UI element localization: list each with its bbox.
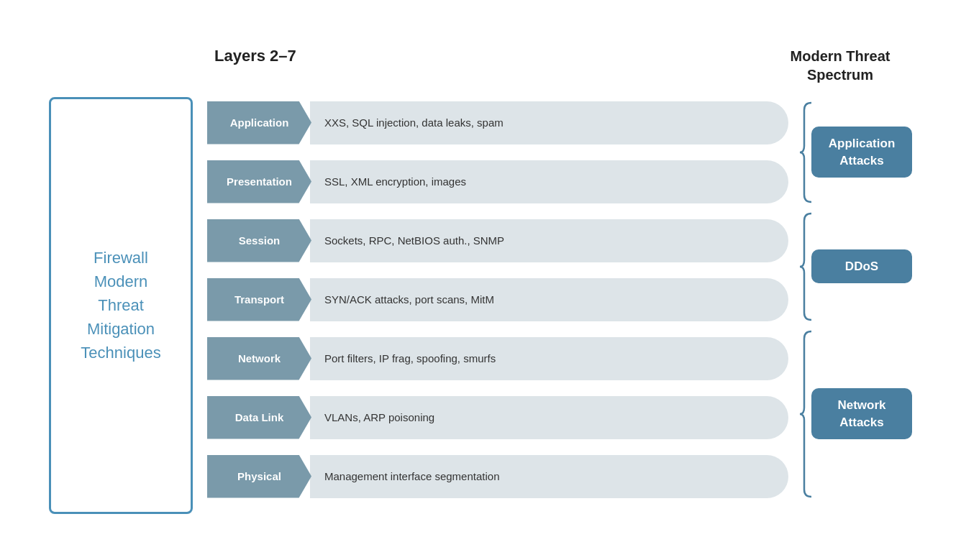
threat-header-text: Modern ThreatSpectrum: [791, 48, 891, 83]
brace-network-attacks: [798, 326, 811, 502]
header-row: Layers 2–7 Modern ThreatSpectrum: [49, 47, 912, 84]
left-box: FirewallModernThreatMitigationTechniques: [49, 97, 193, 514]
layer-row: Session Sockets, RPC, NetBIOS auth., SNM…: [207, 215, 788, 267]
layers-and-right: Application XXS, SQL injection, data lea…: [207, 97, 912, 514]
layer-content-transport: SYN/ACK attacks, port scans, MitM: [310, 278, 788, 321]
layer-row: Network Port filters, IP frag, spoofing,…: [207, 333, 788, 385]
brace-ddos: [798, 208, 811, 326]
layer-row: Presentation SSL, XML encryption, images: [207, 156, 788, 208]
threat-label-ddos: DDoS: [811, 249, 912, 284]
layer-label-application: Application: [207, 101, 311, 144]
layer-content-network: Port filters, IP frag, spoofing, smurfs: [310, 337, 788, 380]
layer-label-physical: Physical: [207, 455, 311, 498]
main-container: Layers 2–7 Modern ThreatSpectrum Firewal…: [49, 32, 912, 528]
layer-label-network: Network: [207, 337, 311, 380]
layer-label-transport: Transport: [207, 278, 311, 321]
layer-row: Transport SYN/ACK attacks, port scans, M…: [207, 274, 788, 326]
threat-label-application-attacks: ApplicationAttacks: [811, 127, 912, 178]
layer-content-presentation: SSL, XML encryption, images: [310, 160, 788, 203]
layer-row: Application XXS, SQL injection, data lea…: [207, 97, 788, 149]
threat-group-application: ApplicationAttacks: [798, 97, 912, 208]
layer-label-presentation: Presentation: [207, 160, 311, 203]
right-side: ApplicationAttacks DDoS: [798, 97, 912, 502]
threat-group-ddos: DDoS: [798, 208, 912, 326]
layers-header: Layers 2–7: [207, 47, 768, 84]
layer-content-physical: Management interface segmentation: [310, 455, 788, 498]
layer-label-datalink: Data Link: [207, 396, 311, 439]
threat-group-network: NetworkAttacks: [798, 326, 912, 502]
layer-row: Physical Management interface segmentati…: [207, 451, 788, 502]
threat-label-network-attacks: NetworkAttacks: [811, 388, 912, 440]
layers-column: Application XXS, SQL injection, data lea…: [207, 97, 788, 502]
layer-label-session: Session: [207, 219, 311, 262]
layer-content-session: Sockets, RPC, NetBIOS auth., SNMP: [310, 219, 788, 262]
layer-row: Data Link VLANs, ARP poisoning: [207, 392, 788, 444]
layer-content-datalink: VLANs, ARP poisoning: [310, 396, 788, 439]
brace-application-attacks: [798, 97, 811, 208]
layers-header-text: Layers 2–7: [214, 47, 296, 65]
threat-header: Modern ThreatSpectrum: [768, 47, 912, 84]
left-box-label: FirewallModernThreatMitigationTechniques: [81, 246, 160, 364]
header-spacer: [49, 47, 207, 84]
layer-content-application: XXS, SQL injection, data leaks, spam: [310, 101, 788, 144]
content-row: FirewallModernThreatMitigationTechniques…: [49, 97, 912, 514]
